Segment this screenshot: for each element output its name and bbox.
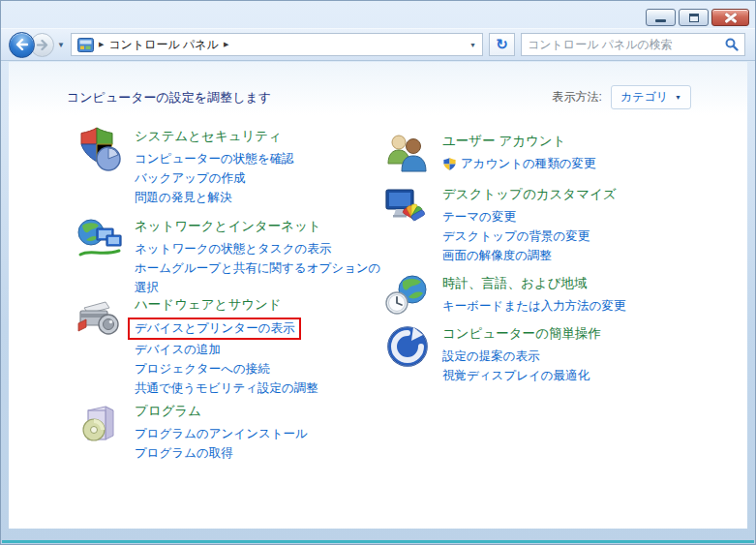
recent-pages-dropdown[interactable]: ▼ [57,41,65,49]
category-appearance-personalization: デスクトップのカスタマイズ テーマの変更 デスクトップの背景の変更 画面の解像度… [384,184,696,265]
link-view-network-status[interactable]: ネットワークの状態とタスクの表示 [135,239,388,258]
category-title-programs[interactable]: プログラム [135,401,388,421]
category-title-user-accounts[interactable]: ユーザー アカウント [442,131,696,151]
control-panel-home: コンピューターの設定を調整します 表示方法: カテゴリ ▼ システムとセキュリテ… [9,62,747,529]
view-by-group: 表示方法: カテゴリ ▼ [553,85,691,109]
category-title-hardware-and-sound[interactable]: ハードウェアとサウンド [135,294,388,315]
close-icon [725,13,737,22]
link-find-fix-problems[interactable]: 問題の発見と解決 [135,188,388,207]
category-title-system-and-security[interactable]: システムとセキュリティ [135,126,388,146]
window-controls [646,9,749,26]
link-optimize-visual-display[interactable]: 視覚ディスプレイの最適化 [442,366,696,385]
link-create-backup[interactable]: バックアップの作成 [135,168,388,188]
breadcrumb[interactable]: ▶ コントロール パネル ▶ ▼ [71,33,483,56]
page-title: コンピューターの設定を調整します [67,89,271,106]
link-view-devices-and-printers[interactable]: デバイスとプリンターの表示 [128,318,301,340]
category-system-and-security: システムとセキュリティ コンピューターの状態を確認 バックアップの作成 問題の発… [76,126,388,207]
navigation-bar: ▼ ▶ コントロール パネル ▶ ▼ ↻ [1,28,755,61]
link-suggest-settings[interactable]: 設定の提案の表示 [442,347,696,366]
user-accounts-icon[interactable] [384,131,431,177]
breadcrumb-arrow-icon[interactable]: ▶ [224,41,228,48]
category-programs: プログラム プログラムのアンインストール プログラムの取得 [76,401,388,463]
link-change-account-type[interactable]: アカウントの種類の変更 [461,154,596,173]
link-change-theme[interactable]: テーマの変更 [442,207,696,227]
back-arrow-icon [15,39,29,50]
forward-arrow-icon [36,40,48,50]
view-by-value: カテゴリ [620,89,668,106]
magnifier-icon[interactable] [725,38,739,51]
category-network-and-internet: ネットワークとインターネット ネットワークの状態とタスクの表示 ホームグループと… [76,216,388,297]
back-button[interactable] [9,32,35,58]
breadcrumb-arrow-icon[interactable]: ▶ [99,41,104,48]
printer-hardware-icon[interactable] [76,294,123,341]
search-input[interactable] [528,38,721,51]
search-box [521,33,745,56]
history-buttons: ▼ [9,32,65,58]
link-get-programs[interactable]: プログラムの取得 [135,443,388,463]
maximize-icon [689,14,699,22]
maximize-button[interactable] [679,9,709,26]
close-button[interactable] [711,9,749,26]
network-globe-icon[interactable] [76,216,123,262]
programs-box-icon[interactable] [76,401,123,447]
link-add-device[interactable]: デバイスの追加 [135,340,388,359]
address-dropdown-icon[interactable]: ▼ [469,42,476,48]
category-hardware-and-sound: ハードウェアとサウンド デバイスとプリンターの表示 デバイスの追加 プロジェクタ… [76,294,388,398]
link-adjust-screen-resolution[interactable]: 画面の解像度の調整 [442,246,696,265]
link-connect-to-projector[interactable]: プロジェクターへの接続 [135,359,388,378]
ease-of-access-icon[interactable] [384,323,431,370]
minimize-icon [655,19,666,22]
category-title-clock-language-region[interactable]: 時計、言語、および地域 [442,273,696,293]
security-shield-icon[interactable] [76,126,123,172]
clock-language-region-icon[interactable] [384,273,431,319]
link-change-desktop-background[interactable]: デスクトップの背景の変更 [442,227,696,246]
uac-shield-icon [442,157,457,171]
window-bottom-edge [2,540,754,543]
control-panel-window: ▼ ▶ コントロール パネル ▶ ▼ ↻ コンピューターの設定を調 [0,0,756,545]
minimize-button[interactable] [646,9,676,26]
category-title-appearance-personalization[interactable]: デスクトップのカスタマイズ [442,184,696,204]
category-user-accounts: ユーザー アカウント アカウントの種類の変更 [384,131,696,177]
link-view-computer-status[interactable]: コンピューターの状態を確認 [135,149,388,168]
view-by-dropdown[interactable]: カテゴリ ▼ [611,85,691,109]
view-by-label: 表示方法: [553,89,602,106]
title-bar[interactable] [1,1,755,28]
personalization-icon[interactable] [384,184,431,230]
category-clock-language-region: 時計、言語、および地域 キーボードまたは入力方法の変更 [384,273,696,319]
link-change-keyboards-input-methods[interactable]: キーボードまたは入力方法の変更 [442,296,696,316]
link-uninstall-program[interactable]: プログラムのアンインストール [135,424,388,443]
category-title-ease-of-access[interactable]: コンピューターの簡単操作 [442,323,696,344]
chevron-down-icon: ▼ [675,94,681,101]
link-adjust-mobility-settings[interactable]: 共通で使うモビリティ設定の調整 [135,378,388,398]
category-title-network-and-internet[interactable]: ネットワークとインターネット [135,216,388,236]
control-panel-icon [77,38,94,52]
refresh-button[interactable]: ↻ [489,33,515,56]
category-ease-of-access: コンピューターの簡単操作 設定の提案の表示 視覚ディスプレイの最適化 [384,323,696,385]
breadcrumb-item-control-panel[interactable]: コントロール パネル [108,37,219,53]
content-header: コンピューターの設定を調整します 表示方法: カテゴリ ▼ [9,62,747,109]
link-homegroup-sharing-options[interactable]: ホームグループと共有に関するオプションの選択 [135,258,388,297]
